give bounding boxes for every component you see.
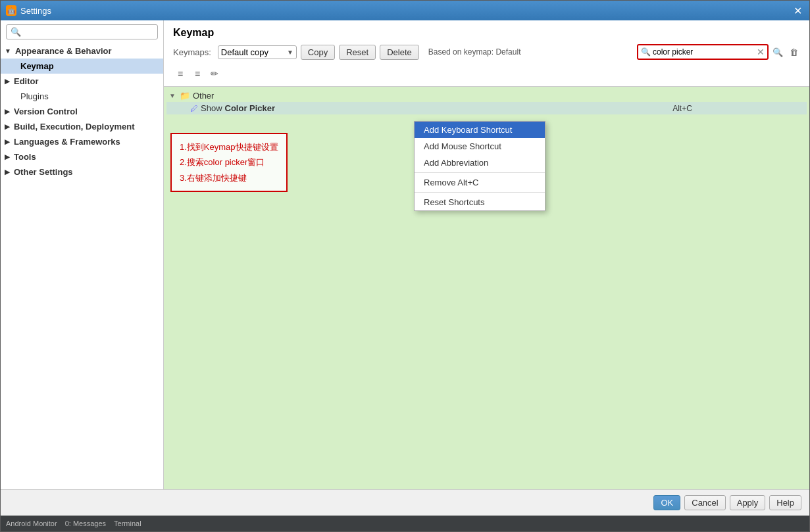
sidebar-item-keymap[interactable]: Keymap [1,59,163,74]
sidebar-item-label: Plugins [20,91,49,101]
expand-icon: ▶ [5,123,10,130]
context-menu-item-add-abbrev[interactable]: Add Abbreviation [415,155,545,171]
annotation-box: 1.找到Keymap快捷键设置 2.搜索color picker窗口 3.右键添… [170,133,288,192]
sidebar-item-build[interactable]: ▶ Build, Execution, Deployment [1,119,163,134]
color-picker-icon: 🖊 [190,104,198,113]
cancel-button[interactable]: Cancel [684,495,725,510]
keymap-selected-value: Default copy [221,47,284,57]
context-menu-separator2 [415,192,545,193]
context-menu-item-reset[interactable]: Reset Shortcuts [415,194,545,210]
clear-search-icon[interactable]: ✕ [757,47,765,57]
based-on-label: Based on keymap: Default [428,47,521,57]
align-right-button[interactable]: ≡ [190,66,205,81]
tree-item-show: Show [201,103,222,113]
folder-icon: 📁 [180,91,190,101]
trash-icon-button[interactable]: 🗑 [787,45,800,59]
sidebar-item-other-settings[interactable]: ▶ Other Settings [1,164,163,180]
expand-icon: ▶ [5,168,10,176]
expand-icon: ▶ [5,138,10,145]
align-left-button[interactable]: ≡ [173,66,188,81]
ok-button[interactable]: OK [653,495,680,510]
reset-button[interactable]: Reset [339,45,376,60]
expand-icon: ▶ [5,153,10,160]
keymap-search-field[interactable]: 🔍 ✕ [637,44,769,60]
app-icon: 🤖 [6,5,16,16]
annotation-line3: 3.右键添加快捷键 [180,170,278,185]
tree-area: ▼ 📁 Other 🖊 Show Color Picker Alt+C [164,87,809,489]
sidebar-item-label: Build, Execution, Deployment [14,122,134,132]
apply-button[interactable]: Apply [730,495,766,510]
sidebar-item-label: Keymap [20,61,54,71]
sidebar-item-editor[interactable]: ▶ Editor [1,74,163,89]
title-bar: 🤖 Settings ✕ [1,1,809,20]
tree-item-label: Color Picker [225,103,276,113]
keymap-row: Keymaps: Default copy ▼ Copy Reset Delet… [173,44,800,60]
main-header: Keymap Keymaps: Default copy ▼ Copy Rese… [164,20,809,87]
tree-item-shortcut: Alt+C [672,104,692,113]
tree-group-row[interactable]: ▼ 📁 Other [166,89,807,102]
tree-expand-icon: ▼ [169,92,176,99]
keymap-dropdown[interactable]: Default copy ▼ [218,45,297,59]
sidebar-item-tools[interactable]: ▶ Tools [1,149,163,164]
edit-button[interactable]: ✏ [207,66,222,81]
sidebar-item-label: Appearance & Behavior [15,46,112,56]
title-bar-left: 🤖 Settings [6,5,51,16]
context-menu-item-add-keyboard[interactable]: Add Keyboard Shortcut [415,122,545,138]
copy-button[interactable]: Copy [301,45,335,60]
sidebar: 🔍 ▼ Appearance & Behavior Keymap ▶ Edito… [1,20,164,489]
context-menu-item-add-mouse[interactable]: Add Mouse Shortcut [415,138,545,155]
keymap-label: Keymaps: [173,47,211,57]
sidebar-search-box[interactable]: 🔍 [6,24,158,39]
status-bar: Android Monitor 0: Messages Terminal [1,516,809,531]
expand-icon: ▶ [5,108,10,115]
search-right: 🔍 ✕ 🔍 🗑 [637,44,800,60]
sidebar-item-appearance[interactable]: ▼ Appearance & Behavior [1,43,163,59]
annotation-line1: 1.找到Keymap快捷键设置 [180,139,278,155]
annotation-line2: 2.搜索color picker窗口 [180,155,278,170]
tree-group: ▼ 📁 Other [169,91,214,101]
sidebar-item-label: Languages & Frameworks [14,137,120,147]
find-icon-button[interactable]: 🔍 [771,45,784,59]
window-title: Settings [20,6,51,16]
settings-window: 🤖 Settings ✕ 🔍 ▼ Appearance & Behavior K… [0,0,810,532]
bottom-bar: OK Cancel Apply Help [1,489,809,516]
sidebar-item-plugins[interactable]: Plugins [1,89,163,104]
sidebar-item-label: Editor [14,76,39,86]
status-terminal[interactable]: Terminal [114,520,141,527]
search-icon: 🔍 [11,27,21,37]
sidebar-search-input[interactable] [24,28,153,37]
tree-item: 🖊 Show Color Picker Alt+C [180,103,692,113]
main-panel: Keymap Keymaps: Default copy ▼ Copy Rese… [164,20,809,489]
tree-group-label: Other [193,91,215,101]
expand-icon: ▼ [5,47,11,55]
help-button[interactable]: Help [769,495,801,510]
sidebar-item-label: Other Settings [14,167,73,177]
status-messages[interactable]: 0: Messages [65,520,106,527]
keymap-search-input[interactable] [653,47,757,57]
sidebar-item-version-control[interactable]: ▶ Version Control [1,104,163,119]
status-android-monitor[interactable]: Android Monitor [6,520,57,527]
context-menu-item-remove[interactable]: Remove Alt+C [415,174,545,191]
main-content: 🔍 ▼ Appearance & Behavior Keymap ▶ Edito… [1,20,809,489]
sidebar-item-label: Version Control [14,107,78,116]
page-title: Keymap [173,27,800,39]
sidebar-item-languages[interactable]: ▶ Languages & Frameworks [1,134,163,149]
search-icon: 🔍 [641,47,651,57]
keymap-toolbar: ≡ ≡ ✏ [173,64,800,82]
close-button[interactable]: ✕ [791,4,804,17]
delete-button[interactable]: Delete [380,45,419,60]
sidebar-item-label: Tools [14,152,36,162]
chevron-down-icon: ▼ [287,49,293,56]
context-menu-separator [415,172,545,173]
expand-icon: ▶ [5,78,10,85]
context-menu: Add Keyboard Shortcut Add Mouse Shortcut… [414,121,545,211]
tree-item-row[interactable]: 🖊 Show Color Picker Alt+C [166,102,807,114]
